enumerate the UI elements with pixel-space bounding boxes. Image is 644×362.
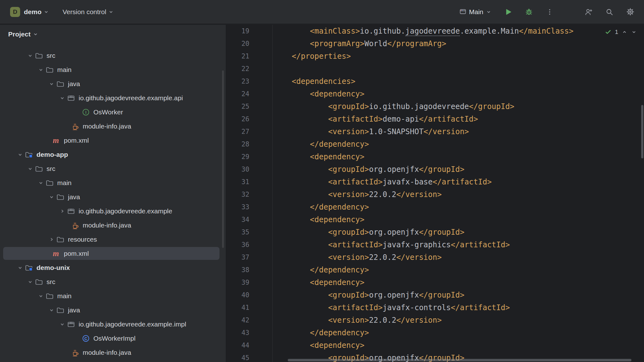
tree-row[interactable]: resources — [0, 232, 226, 246]
code-line[interactable]: 35 <groupId>org.openjfx</groupId> — [226, 226, 644, 239]
editor-pane[interactable]: 19 <mainClass>io.github.jagodevreede.exa… — [226, 25, 644, 362]
code-line[interactable]: 36 <artifactId>javafx-graphics</artifact… — [226, 239, 644, 251]
chevron-up-icon[interactable] — [621, 29, 628, 35]
line-number[interactable]: 31 — [226, 178, 272, 186]
code-line[interactable]: 26 <artifactId>demo-api</artifactId> — [226, 113, 644, 125]
line-number[interactable]: 27 — [226, 128, 272, 135]
code-line[interactable]: 21 </properties> — [226, 50, 644, 63]
chevron-down-icon[interactable] — [16, 264, 24, 272]
project-panel-header[interactable]: Project — [0, 25, 226, 44]
code-line[interactable]: 25 <groupId>io.github.jagodevreede</grou… — [226, 100, 644, 113]
code-line[interactable]: 38 </dependency> — [226, 264, 644, 276]
chevron-down-icon[interactable] — [37, 66, 45, 74]
code-line[interactable]: 41 <artifactId>javafx-controls</artifact… — [226, 301, 644, 314]
line-number[interactable]: 44 — [226, 342, 272, 349]
line-number[interactable]: 25 — [226, 103, 272, 110]
tree-row[interactable]: main — [0, 63, 226, 77]
chevron-down-icon[interactable] — [16, 151, 24, 158]
tree-row[interactable]: main — [0, 289, 226, 303]
line-number[interactable]: 35 — [226, 228, 272, 236]
chevron-down-icon[interactable] — [48, 306, 55, 314]
line-number[interactable]: 26 — [226, 115, 272, 123]
vcs-widget[interactable]: Version control — [63, 8, 114, 16]
code-line[interactable]: 19 <mainClass>io.github.jagodevreede.exa… — [226, 25, 644, 37]
editor-horizontal-scrollbar[interactable] — [288, 359, 631, 361]
line-number[interactable]: 21 — [226, 52, 272, 60]
tree-row[interactable]: src — [0, 48, 226, 63]
code-line[interactable]: 32 <version>22.0.2</version> — [226, 188, 644, 201]
code-line[interactable]: 42 <version>22.0.2</version> — [226, 314, 644, 326]
tree-row[interactable]: demo-unix — [0, 261, 226, 275]
line-number[interactable]: 20 — [226, 40, 272, 47]
tree-row[interactable]: java — [0, 303, 226, 317]
project-widget[interactable]: demo — [24, 8, 49, 16]
line-number[interactable]: 32 — [226, 191, 272, 198]
code-line[interactable]: 33 </dependency> — [226, 201, 644, 213]
tree-row[interactable]: mpom.xml — [0, 133, 226, 147]
project-tree-scrollbar[interactable] — [222, 70, 224, 248]
tree-row[interactable]: java — [0, 77, 226, 91]
debug-button[interactable] — [523, 6, 535, 18]
line-number[interactable]: 39 — [226, 279, 272, 286]
line-number[interactable]: 42 — [226, 316, 272, 324]
code-line[interactable]: 20 <programArg>World</programArg> — [226, 37, 644, 50]
tree-row[interactable]: io.github.jagodevreede.example.api — [0, 91, 226, 105]
tree-row[interactable]: src — [0, 275, 226, 289]
line-number[interactable]: 43 — [226, 329, 272, 337]
tree-row[interactable]: module-info.java — [0, 218, 226, 232]
more-actions-button[interactable] — [544, 6, 555, 18]
editor-vertical-scrollbar[interactable] — [641, 105, 643, 158]
code-line[interactable]: 31 <artifactId>javafx-base</artifactId> — [226, 176, 644, 188]
chevron-right-icon[interactable] — [58, 207, 66, 215]
line-number[interactable]: 38 — [226, 266, 272, 274]
chevron-down-icon[interactable] — [48, 193, 55, 201]
code-line[interactable]: 39 <dependency> — [226, 276, 644, 289]
line-number[interactable]: 45 — [226, 354, 272, 362]
line-number[interactable]: 40 — [226, 291, 272, 299]
tree-row[interactable]: mpom.xml — [0, 246, 226, 261]
line-number[interactable]: 29 — [226, 153, 272, 161]
code-line[interactable]: 40 <groupId>org.openjfx</groupId> — [226, 289, 644, 301]
line-number[interactable]: 34 — [226, 216, 272, 223]
run-configuration-widget[interactable]: Main — [459, 8, 492, 16]
tree-row[interactable]: COsWorkerImpl — [0, 331, 226, 345]
project-avatar[interactable]: D — [10, 7, 20, 17]
tree-row[interactable]: io.github.jagodevreede.example.impl — [0, 317, 226, 331]
code-line[interactable]: 22 — [226, 63, 644, 75]
line-number[interactable]: 33 — [226, 203, 272, 211]
run-button[interactable] — [502, 6, 514, 18]
chevron-right-icon[interactable] — [48, 236, 55, 243]
line-number[interactable]: 36 — [226, 241, 272, 249]
tree-row[interactable]: module-info.java — [0, 119, 226, 133]
line-number[interactable]: 28 — [226, 140, 272, 148]
chevron-down-icon[interactable] — [26, 52, 34, 59]
code-line[interactable]: 27 <version>1.0-SNAPSHOT</version> — [226, 125, 644, 138]
code-area[interactable]: 19 <mainClass>io.github.jagodevreede.exa… — [226, 25, 644, 362]
chevron-down-icon[interactable] — [37, 179, 45, 187]
code-with-me-button[interactable] — [583, 6, 594, 18]
tree-row[interactable]: demo-app — [0, 147, 226, 162]
code-line[interactable]: 44 <dependency> — [226, 339, 644, 352]
chevron-down-icon[interactable] — [37, 292, 45, 300]
inspection-widget[interactable]: 1 — [603, 27, 639, 37]
tree-row[interactable]: main — [0, 176, 226, 190]
chevron-down-icon[interactable] — [48, 80, 55, 88]
tree-row[interactable]: module-info.java — [0, 345, 226, 359]
code-line[interactable]: 24 <dependency> — [226, 88, 644, 100]
line-number[interactable]: 22 — [226, 65, 272, 73]
line-number[interactable]: 24 — [226, 90, 272, 98]
code-line[interactable]: 37 <version>22.0.2</version> — [226, 251, 644, 264]
line-number[interactable]: 19 — [226, 27, 272, 35]
code-line[interactable]: 29 <dependency> — [226, 151, 644, 163]
chevron-down-icon[interactable] — [26, 165, 34, 173]
code-line[interactable]: 34 <dependency> — [226, 213, 644, 226]
tree-row[interactable]: src — [0, 162, 226, 176]
line-number[interactable]: 41 — [226, 304, 272, 311]
tree-row[interactable]: io.github.jagodevreede.example — [0, 204, 226, 218]
chevron-down-icon[interactable] — [58, 94, 66, 102]
tree-row[interactable]: java — [0, 190, 226, 204]
code-line[interactable]: 28 </dependency> — [226, 138, 644, 151]
chevron-down-icon[interactable] — [58, 321, 66, 328]
settings-button[interactable] — [625, 6, 636, 18]
code-line[interactable]: 23 <dependencies> — [226, 75, 644, 88]
